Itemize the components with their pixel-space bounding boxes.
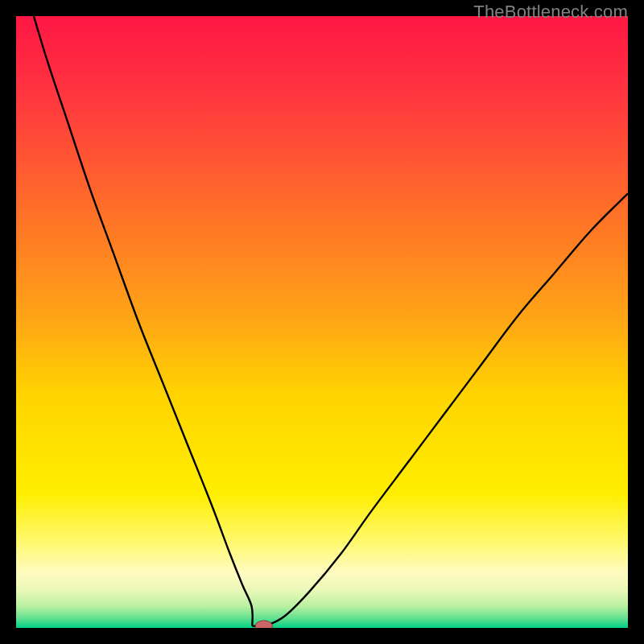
bottleneck-plot — [16, 16, 628, 628]
chart-frame — [16, 16, 628, 628]
watermark-text: TheBottleneck.com — [473, 2, 628, 23]
gradient-background — [16, 16, 628, 628]
